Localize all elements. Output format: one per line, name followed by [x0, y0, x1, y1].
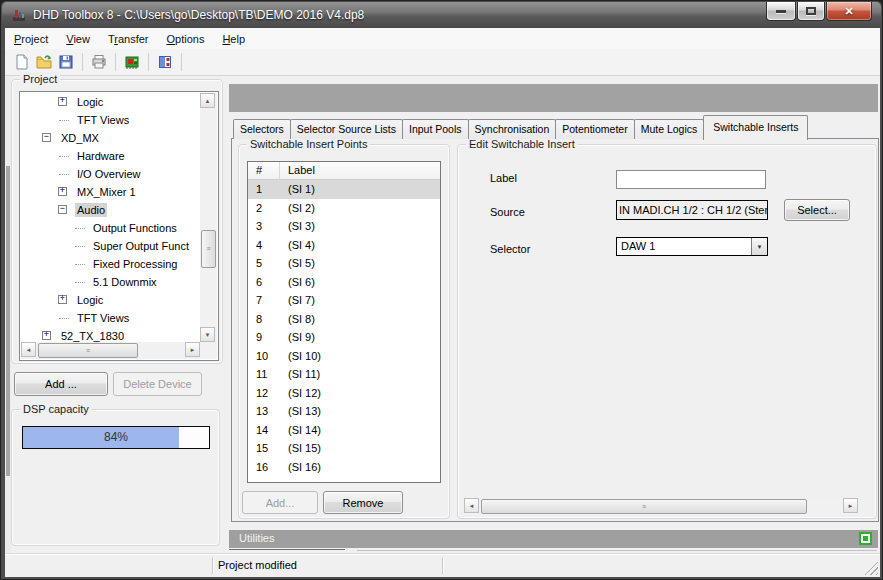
scroll-up-icon: ▲	[205, 98, 211, 104]
scroll-up-button[interactable]: ▲	[200, 93, 215, 108]
title-bar[interactable]: DHD Toolbox 8 - C:\Users\go\Desktop\TB\D…	[2, 2, 881, 28]
tab-selectors[interactable]: Selectors	[233, 119, 291, 139]
tree-item-output-functions[interactable]: Output Functions	[21, 219, 200, 237]
options-button[interactable]	[154, 51, 176, 73]
insert-point-row[interactable]: 13(SI 13)	[248, 402, 440, 421]
scroll-right-button[interactable]: ►	[843, 498, 858, 513]
menu-item-options[interactable]: Options	[157, 31, 213, 47]
insert-point-row[interactable]: 14(SI 14)	[248, 421, 440, 440]
tree-hscroll-thumb[interactable]: ≡	[38, 343, 138, 358]
insert-point-row[interactable]: 10(SI 10)	[248, 347, 440, 366]
edit-hscroll-thumb[interactable]: ≡	[481, 499, 807, 514]
insert-point-row[interactable]: 12(SI 12)	[248, 384, 440, 403]
edit-insert-group-label: Edit Switchable Insert	[466, 137, 578, 151]
tree-item-hardware[interactable]: Hardware	[21, 147, 200, 165]
insert-point-row[interactable]: 6(SI 6)	[248, 273, 440, 292]
insert-point-row[interactable]: 7(SI 7)	[248, 291, 440, 310]
transfer-button[interactable]	[121, 51, 143, 73]
tree-horizontal-scrollbar[interactable]: ◄ ≡ ►	[21, 342, 200, 359]
scroll-left-icon: ◄	[26, 347, 32, 353]
app-icon	[11, 7, 27, 23]
tab-synchronisation[interactable]: Synchronisation	[468, 119, 557, 139]
tree-item-xd-mx[interactable]: XD_MX	[21, 129, 200, 147]
insert-point-row[interactable]: 15(SI 15)	[248, 439, 440, 458]
menu-bar: ProjectViewTransferOptionsHelp	[5, 28, 880, 49]
project-tree-box: LogicTFT ViewsXD_MXHardwareI/O OverviewM…	[19, 91, 219, 361]
statusbar-separator	[212, 557, 213, 574]
tree-item-label: I/O Overview	[75, 167, 143, 181]
menu-item-transfer[interactable]: Transfer	[99, 31, 158, 47]
tab-potentiometer[interactable]: Potentiometer	[555, 119, 634, 139]
dsp-capacity-value: 84%	[23, 427, 209, 448]
column-header-label[interactable]: Label	[280, 162, 440, 179]
tree-item-label: Hardware	[75, 149, 127, 163]
tree-item-tft-views[interactable]: TFT Views	[21, 111, 200, 129]
tree-item-super-output-funct[interactable]: Super Output Funct	[21, 237, 200, 255]
scroll-left-button[interactable]: ◄	[21, 342, 36, 357]
resize-grip-icon[interactable]	[864, 561, 878, 575]
new-file-button[interactable]	[11, 51, 33, 73]
row-number: 15	[248, 439, 280, 458]
tree-item-fixed-processing[interactable]: Fixed Processing	[21, 255, 200, 273]
maximize-button[interactable]	[797, 2, 825, 21]
insert-point-row[interactable]: 3(SI 3)	[248, 217, 440, 236]
tree-item-tft-views[interactable]: TFT Views	[21, 309, 200, 327]
utilities-bar[interactable]: Utilities	[229, 530, 878, 548]
insert-point-row[interactable]: 4(SI 4)	[248, 236, 440, 255]
menu-item-project[interactable]: Project	[5, 31, 57, 47]
row-number: 1	[248, 180, 280, 199]
add-device-button[interactable]: Add ...	[14, 372, 108, 396]
scroll-down-button[interactable]: ▼	[200, 327, 215, 342]
expand-icon[interactable]	[58, 187, 67, 196]
insert-point-row[interactable]: 9(SI 9)	[248, 328, 440, 347]
insert-point-row[interactable]: 8(SI 8)	[248, 310, 440, 329]
save-file-button[interactable]	[55, 51, 77, 73]
selector-dropdown[interactable]: DAW 1 ▼	[616, 237, 768, 256]
select-source-button[interactable]: Select...	[784, 199, 850, 221]
close-button[interactable]: ✕	[826, 2, 872, 21]
menu-item-help[interactable]: Help	[213, 31, 254, 47]
label-input[interactable]	[616, 170, 766, 189]
tree-item-i-o-overview[interactable]: I/O Overview	[21, 165, 200, 183]
tree-vscroll-thumb[interactable]: ≡	[201, 230, 216, 268]
tab-mute-logics[interactable]: Mute Logics	[634, 119, 705, 139]
expand-icon[interactable]	[42, 331, 51, 340]
thumb-grip-icon: ≡	[86, 347, 90, 354]
tree-guide	[59, 156, 69, 157]
row-number: 7	[248, 291, 280, 310]
tab-input-pools[interactable]: Input Pools	[402, 119, 469, 139]
scroll-down-icon: ▼	[205, 332, 211, 338]
tab-switchable-inserts[interactable]: Switchable Inserts	[703, 115, 808, 140]
minimize-button[interactable]	[766, 2, 796, 21]
tree-item-logic[interactable]: Logic	[21, 93, 200, 111]
expand-icon[interactable]	[58, 97, 67, 106]
window-title: DHD Toolbox 8 - C:\Users\go\Desktop\TB\D…	[33, 8, 364, 22]
scroll-right-button[interactable]: ►	[185, 342, 200, 357]
collapse-icon[interactable]	[58, 205, 67, 214]
insert-point-row[interactable]: 2(SI 2)	[248, 199, 440, 218]
tab-selector-source-lists[interactable]: Selector Source Lists	[290, 119, 403, 139]
expand-icon[interactable]	[58, 295, 67, 304]
tab-strip: SelectorsSelector Source ListsInput Pool…	[233, 115, 807, 139]
tree-item-5-1-downmix[interactable]: 5.1 Downmix	[21, 273, 200, 291]
menu-item-view[interactable]: View	[57, 31, 99, 47]
insert-point-row[interactable]: 1(SI 1)	[248, 180, 440, 199]
remove-insert-button[interactable]: Remove	[323, 491, 403, 514]
insert-point-row[interactable]: 11(SI 11)	[248, 365, 440, 384]
scroll-left-button[interactable]: ◄	[464, 498, 479, 513]
tree-item-mx-mixer-1[interactable]: MX_Mixer 1	[21, 183, 200, 201]
tree-item-logic[interactable]: Logic	[21, 291, 200, 309]
tree-item-audio[interactable]: Audio	[21, 201, 200, 219]
dropdown-arrow-button[interactable]: ▼	[751, 238, 767, 255]
source-value-box: IN MADI.CH 1/2 : CH 1/2 (Ster	[616, 200, 768, 220]
edit-horizontal-scrollbar[interactable]: ◄ ≡ ►	[464, 498, 858, 515]
print-button[interactable]	[88, 51, 110, 73]
thumb-grip-icon: ≡	[206, 245, 210, 252]
insert-point-row[interactable]: 5(SI 5)	[248, 254, 440, 273]
column-header-number[interactable]: #	[248, 162, 280, 179]
tree-vertical-scrollbar[interactable]: ▲ ≡ ▼	[200, 93, 217, 342]
insert-point-row[interactable]: 16(SI 16)	[248, 458, 440, 477]
tree-item-52-tx-1830[interactable]: 52_TX_1830	[21, 327, 200, 342]
collapse-icon[interactable]	[42, 133, 51, 142]
open-file-button[interactable]	[33, 51, 55, 73]
